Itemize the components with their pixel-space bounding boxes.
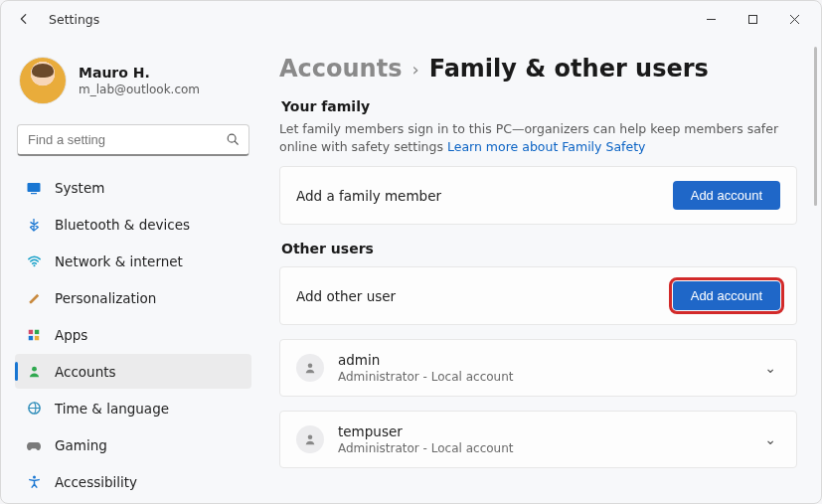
minimize-icon xyxy=(706,14,717,25)
svg-point-4 xyxy=(33,264,35,266)
chevron-right-icon: › xyxy=(411,59,418,80)
user-role: Administrator - Local account xyxy=(338,370,513,384)
content: Accounts › Family & other users Your fam… xyxy=(261,37,821,503)
other-users-section: Other users Add other user Add account xyxy=(279,241,803,468)
sidebar-item-bluetooth[interactable]: Bluetooth & devices xyxy=(15,207,251,242)
network-icon xyxy=(25,252,43,270)
maximize-button[interactable] xyxy=(732,5,773,33)
your-family-description: Let family members sign in to this PC—or… xyxy=(279,120,796,156)
sidebar-item-label: Network & internet xyxy=(55,253,183,269)
time-icon xyxy=(25,400,43,418)
bluetooth-icon xyxy=(25,216,43,234)
sidebar-item-system[interactable]: System xyxy=(15,170,251,205)
add-family-row[interactable]: Add a family member Add account xyxy=(280,167,796,224)
close-icon xyxy=(789,14,800,25)
sidebar-item-label: Time & language xyxy=(55,401,169,417)
svg-rect-8 xyxy=(35,335,39,339)
add-other-user-card: Add other user Add account xyxy=(279,266,797,325)
breadcrumb: Accounts › Family & other users xyxy=(279,55,803,83)
nav: System Bluetooth & devices Network & int… xyxy=(15,170,251,499)
user-row[interactable]: admin Administrator - Local account ⌄ xyxy=(280,340,796,396)
accessibility-icon xyxy=(25,473,43,491)
svg-rect-7 xyxy=(29,335,33,339)
minimize-button[interactable] xyxy=(690,5,732,33)
search-wrap xyxy=(17,124,249,156)
user-role: Administrator - Local account xyxy=(338,441,513,455)
sidebar: Mauro H. m_lab@outlook.com System xyxy=(1,37,261,503)
svg-rect-6 xyxy=(35,329,39,333)
search-input[interactable] xyxy=(17,124,249,156)
svg-point-12 xyxy=(308,364,313,369)
personalization-icon xyxy=(25,289,43,307)
page-title: Family & other users xyxy=(429,55,709,83)
chevron-down-icon: ⌄ xyxy=(760,360,780,376)
profile-email: m_lab@outlook.com xyxy=(79,83,200,96)
system-icon xyxy=(25,179,43,197)
person-icon xyxy=(296,425,324,453)
sidebar-item-time-language[interactable]: Time & language xyxy=(15,391,251,425)
sidebar-item-accessibility[interactable]: Accessibility xyxy=(15,464,251,499)
user-entry-card: admin Administrator - Local account ⌄ xyxy=(279,339,797,397)
sidebar-item-label: Accounts xyxy=(55,364,116,380)
user-entry-card: tempuser Administrator - Local account ⌄ xyxy=(279,411,797,468)
sidebar-item-personalization[interactable]: Personalization xyxy=(15,280,251,315)
add-other-user-row[interactable]: Add other user Add account xyxy=(280,267,796,324)
sidebar-item-gaming[interactable]: Gaming xyxy=(15,427,251,462)
svg-rect-3 xyxy=(31,193,37,194)
sidebar-item-apps[interactable]: Apps xyxy=(15,317,251,352)
add-other-user-account-button[interactable]: Add account xyxy=(673,281,780,310)
profile-name: Mauro H. xyxy=(79,65,200,81)
sidebar-item-label: Accessibility xyxy=(55,474,137,490)
sidebar-item-label: Bluetooth & devices xyxy=(55,217,190,233)
breadcrumb-parent[interactable]: Accounts xyxy=(279,55,402,83)
settings-window: Settings Mauro H. m_lab@outlook.com xyxy=(0,0,822,504)
search-icon xyxy=(226,132,240,149)
apps-icon xyxy=(25,326,43,344)
user-name: tempuser xyxy=(338,423,513,439)
sidebar-item-accounts[interactable]: Accounts xyxy=(15,354,251,389)
sidebar-item-label: Apps xyxy=(55,327,87,343)
learn-more-link[interactable]: Learn more about Family Safety xyxy=(447,139,645,154)
other-users-title: Other users xyxy=(281,241,803,256)
svg-rect-2 xyxy=(28,183,41,192)
person-icon xyxy=(296,354,324,382)
chevron-down-icon: ⌄ xyxy=(760,431,780,447)
titlebar: Settings xyxy=(1,1,821,37)
svg-point-9 xyxy=(32,367,37,372)
profile-block[interactable]: Mauro H. m_lab@outlook.com xyxy=(15,51,251,114)
svg-rect-0 xyxy=(748,15,756,23)
window-title: Settings xyxy=(49,12,99,27)
maximize-icon xyxy=(747,14,758,25)
svg-point-11 xyxy=(33,476,36,479)
window-controls xyxy=(690,5,815,33)
sidebar-item-label: Gaming xyxy=(55,437,107,453)
gaming-icon xyxy=(25,436,43,454)
add-other-user-label: Add other user xyxy=(296,288,396,304)
sidebar-item-label: System xyxy=(55,180,104,196)
svg-point-13 xyxy=(308,435,313,440)
arrow-left-icon xyxy=(17,12,31,26)
user-name: admin xyxy=(338,352,513,368)
sidebar-item-network[interactable]: Network & internet xyxy=(15,244,251,278)
accounts-icon xyxy=(25,363,43,381)
add-family-card: Add a family member Add account xyxy=(279,166,797,225)
sidebar-item-label: Personalization xyxy=(55,290,156,306)
add-family-label: Add a family member xyxy=(296,188,441,204)
avatar xyxy=(19,57,67,104)
window-body: Mauro H. m_lab@outlook.com System xyxy=(1,37,821,503)
back-button[interactable] xyxy=(13,8,35,30)
close-button[interactable] xyxy=(773,5,815,33)
scrollbar[interactable] xyxy=(814,47,817,206)
add-family-account-button[interactable]: Add account xyxy=(673,181,780,210)
your-family-title: Your family xyxy=(281,98,803,114)
svg-rect-5 xyxy=(29,329,33,333)
user-row[interactable]: tempuser Administrator - Local account ⌄ xyxy=(280,412,796,467)
